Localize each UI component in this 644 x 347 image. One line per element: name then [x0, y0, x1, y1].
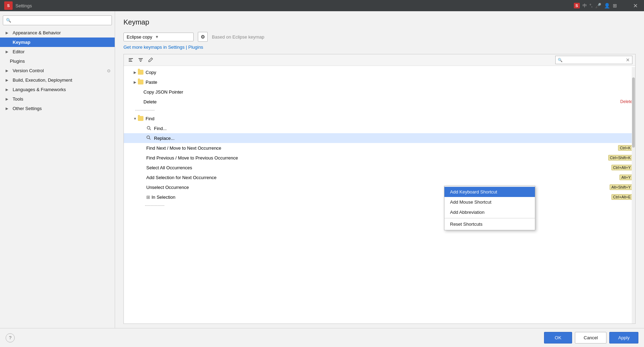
tree-row[interactable]: Add Selection for Next Occurrence Alt+Y: [124, 172, 635, 182]
shortcut-area: Alt+Shift+Y: [610, 184, 632, 190]
expand-icon: ▶: [6, 88, 10, 91]
sidebar-item-tools[interactable]: ▶ Tools: [0, 94, 115, 104]
tree-item-label: Find Next / Move to Next Occurrence: [146, 145, 618, 151]
copy-icon: ⊙: [107, 68, 110, 73]
content-area: 🔍 ▶ Appearance & Behavior ▶ Keymap ▶ Edi…: [0, 11, 644, 328]
tree-row[interactable]: Copy JSON Pointer: [124, 87, 635, 97]
tray-mic-icon: 🎤: [595, 3, 601, 8]
tree-item-label: Replace...: [154, 136, 632, 141]
tray-person-icon: 👤: [604, 3, 610, 8]
tree-row[interactable]: Find Previous / Move to Previous Occurre…: [124, 153, 635, 163]
tree-row[interactable]: Select All Occurrences Ctrl+Alt+Y: [124, 163, 635, 172]
sidebar-item-label: Appearance & Behavior: [13, 30, 61, 35]
cancel-button[interactable]: Cancel: [575, 332, 606, 343]
tree-row-replace[interactable]: Replace...: [124, 133, 635, 143]
svg-line-9: [149, 138, 151, 140]
app-icon: S: [4, 1, 13, 10]
replace-icon: [146, 135, 152, 141]
scrollbar-track[interactable]: [632, 67, 635, 324]
in-selection-icon: ⊞: [146, 195, 150, 200]
sidebar-item-languages[interactable]: ▶ Languages & Frameworks: [0, 85, 115, 94]
align-icon: [128, 57, 134, 63]
sidebar-search-box[interactable]: 🔍: [3, 15, 112, 25]
table-search-input[interactable]: [564, 57, 624, 63]
context-menu-item-add-keyboard-shortcut[interactable]: Add Keyboard Shortcut: [444, 187, 535, 197]
shortcut-area: Ctrl+Alt+Y: [611, 165, 632, 170]
keymap-table-area: 🔍 ✕ Copy: [123, 54, 636, 324]
expand-icon: ▶: [6, 78, 10, 82]
sidebar: 🔍 ▶ Appearance & Behavior ▶ Keymap ▶ Edi…: [0, 11, 115, 328]
separator-row: --------------: [124, 202, 635, 209]
sidebar-item-keymap[interactable]: ▶ Keymap: [0, 38, 115, 47]
sidebar-item-plugins[interactable]: Plugins: [0, 56, 115, 66]
svg-rect-1: [129, 60, 132, 60]
tree-row[interactable]: Find Next / Move to Next Occurrence Ctrl…: [124, 143, 635, 153]
menu-item-label: Add Abbreviation: [450, 210, 484, 215]
tree-item-label: Unselect Occurrence: [146, 185, 610, 190]
svg-point-8: [147, 136, 150, 139]
tree-row[interactable]: Find: [124, 114, 635, 123]
sidebar-item-label: Version Control: [13, 68, 44, 73]
ok-button[interactable]: OK: [544, 332, 572, 343]
tree-row[interactable]: Delete Delete: [124, 97, 635, 107]
pencil-icon: [148, 57, 153, 63]
sidebar-item-build[interactable]: ▶ Build, Execution, Deployment: [0, 75, 115, 85]
shortcut-badge: Ctrl+K: [618, 145, 632, 151]
sidebar-item-other-settings[interactable]: ▶ Other Settings: [0, 104, 115, 113]
gear-button[interactable]: ⚙: [198, 32, 208, 42]
sidebar-search-input[interactable]: [13, 18, 109, 23]
sidebar-item-version-control[interactable]: ▶ Version Control ⊙: [0, 66, 115, 75]
scrollbar-thumb[interactable]: [632, 77, 635, 148]
tray-zh-icon: 中: [583, 3, 587, 9]
keymap-controls: Eclipse copy ▼ ⚙ Based on Eclipse keymap: [123, 32, 636, 42]
shortcut-badge: Ctrl+Alt+Y: [611, 165, 632, 170]
tree-row[interactable]: Find...: [124, 123, 635, 133]
sidebar-item-label: Other Settings: [13, 106, 42, 111]
titlebar: S Settings S 中 °, 🎤 👤 ⊞ ✕: [0, 0, 644, 11]
context-menu-item-add-mouse-shortcut[interactable]: Add Mouse Shortcut: [444, 197, 535, 207]
context-menu-separator: [444, 218, 535, 218]
keymap-name: Eclipse copy: [127, 34, 152, 40]
edit-button[interactable]: [146, 56, 155, 64]
context-menu-item-reset-shortcuts[interactable]: Reset Shortcuts: [444, 219, 535, 229]
menu-item-label: Reset Shortcuts: [450, 222, 483, 227]
get-more-keymaps-link[interactable]: Get more keymaps in Settings | Plugins: [123, 45, 636, 50]
sidebar-item-editor[interactable]: ▶ Editor: [0, 47, 115, 56]
tree-row[interactable]: Copy: [124, 67, 635, 77]
shortcut-badge: Alt+Y: [619, 175, 632, 180]
apply-button[interactable]: Apply: [609, 332, 638, 343]
help-button[interactable]: ?: [6, 333, 15, 342]
page-title: Keymap: [123, 18, 636, 26]
table-search-box[interactable]: 🔍 ✕: [555, 56, 632, 64]
tree-item-label: Find Previous / Move to Previous Occurre…: [146, 155, 608, 161]
tree-row[interactable]: Paste: [124, 77, 635, 87]
context-menu-item-add-abbreviation[interactable]: Add Abbreviation: [444, 207, 535, 217]
sidebar-item-label: Plugins: [10, 59, 25, 64]
sidebar-item-label: Tools: [13, 96, 23, 102]
expand-icon: [138, 99, 143, 104]
separator-text: --------------: [145, 203, 165, 208]
chevron-down-icon: ▼: [155, 35, 159, 39]
tray-grid-icon: ⊞: [613, 3, 617, 8]
svg-rect-5: [140, 61, 141, 62]
expand-icon: [141, 145, 146, 151]
tree-row[interactable]: Unselect Occurrence Alt+Shift+Y: [124, 182, 635, 192]
sidebar-item-label: Editor: [13, 49, 25, 54]
svg-rect-4: [139, 60, 142, 60]
sidebar-item-appearance[interactable]: ▶ Appearance & Behavior: [0, 28, 115, 38]
tree-row[interactable]: ⊞ In Selection Ctrl+Alt+E: [124, 192, 635, 202]
tree-item-label: In Selection: [152, 195, 611, 200]
context-menu: Add Keyboard Shortcut Add Mouse Shortcut…: [444, 186, 535, 230]
filter-button[interactable]: [136, 56, 145, 64]
sidebar-item-label: Build, Execution, Deployment: [13, 77, 72, 83]
filter-icon: [138, 57, 143, 63]
close-button[interactable]: ✕: [631, 2, 640, 10]
keymap-dropdown[interactable]: Eclipse copy ▼: [123, 33, 194, 41]
menu-item-label: Add Mouse Shortcut: [450, 199, 491, 205]
sidebar-item-label: Languages & Frameworks: [13, 87, 66, 92]
align-by-shortcuts-button[interactable]: [127, 56, 135, 64]
expand-icon: [141, 125, 146, 131]
close-search-button[interactable]: ✕: [626, 57, 630, 63]
expand-icon: ▶: [6, 97, 10, 101]
expand-icon: ▶: [6, 107, 10, 110]
